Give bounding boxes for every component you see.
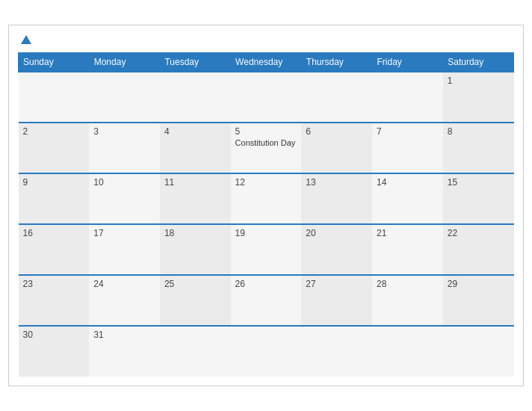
calendar-week-row: 9101112131415 — [19, 173, 514, 224]
calendar-cell: 23 — [19, 275, 90, 326]
calendar-cell — [301, 326, 372, 377]
calendar-cell: 8 — [443, 123, 514, 173]
day-number: 17 — [93, 228, 155, 238]
calendar-cell: 31 — [89, 326, 160, 377]
calendar-cell — [443, 326, 514, 377]
calendar-cell — [372, 326, 443, 377]
calendar-table: SundayMondayTuesdayWednesdayThursdayFrid… — [18, 52, 514, 377]
calendar-week-row: 3031 — [19, 326, 514, 377]
calendar-cell: 25 — [160, 275, 231, 326]
calendar-cell — [231, 326, 302, 377]
calendar-cell: 1 — [443, 72, 514, 123]
calendar-cell: 10 — [89, 173, 160, 224]
calendar-cell — [160, 326, 231, 377]
calendar-cell: 26 — [231, 275, 302, 326]
calendar-cell: 18 — [160, 224, 231, 275]
day-number: 9 — [23, 177, 85, 188]
calendar-cell: 6 — [301, 123, 372, 173]
calendar-cell: 14 — [372, 173, 443, 224]
weekday-header-friday: Friday — [372, 53, 443, 72]
weekday-header-monday: Monday — [89, 53, 160, 72]
day-number: 24 — [93, 279, 155, 289]
day-number: 18 — [164, 228, 226, 238]
day-event: Constitution Day — [235, 138, 297, 147]
calendar-cell — [19, 72, 90, 123]
calendar-header-row: SundayMondayTuesdayWednesdayThursdayFrid… — [19, 53, 514, 72]
calendar-cell: 24 — [89, 275, 160, 326]
day-number: 8 — [448, 126, 510, 137]
calendar-cell: 3 — [89, 123, 160, 173]
calendar-cell — [231, 72, 302, 123]
calendar-cell: 11 — [160, 173, 231, 224]
calendar-header — [18, 33, 514, 46]
logo-triangle-icon — [21, 35, 31, 44]
day-number: 20 — [306, 228, 368, 238]
calendar-cell — [372, 72, 443, 123]
calendar-cell: 7 — [372, 123, 443, 173]
calendar-week-row: 23242526272829 — [19, 275, 514, 326]
day-number: 4 — [164, 126, 226, 137]
day-number: 29 — [448, 279, 510, 289]
day-number: 19 — [235, 228, 297, 238]
calendar-week-row: 1 — [19, 72, 514, 123]
calendar-cell: 27 — [301, 275, 372, 326]
day-number: 22 — [448, 228, 510, 238]
calendar-week-row: 2345Constitution Day678 — [19, 123, 514, 173]
calendar-cell: 20 — [301, 224, 372, 275]
day-number: 7 — [377, 126, 439, 137]
day-number: 25 — [164, 279, 226, 289]
calendar-cell: 9 — [19, 173, 90, 224]
day-number: 14 — [377, 177, 439, 188]
calendar-cell — [89, 72, 160, 123]
calendar-cell: 2 — [19, 123, 90, 173]
day-number: 23 — [23, 279, 85, 289]
day-number: 21 — [377, 228, 439, 238]
calendar-cell: 19 — [231, 224, 302, 275]
calendar-cell: 13 — [301, 173, 372, 224]
day-number: 31 — [93, 330, 155, 340]
day-number: 5 — [235, 126, 297, 137]
day-number: 2 — [23, 126, 85, 137]
day-number: 10 — [93, 177, 155, 188]
day-number: 1 — [448, 75, 510, 86]
day-number: 15 — [448, 177, 510, 188]
calendar-cell: 22 — [443, 224, 514, 275]
day-number: 13 — [306, 177, 368, 188]
day-number: 28 — [377, 279, 439, 289]
calendar-container: SundayMondayTuesdayWednesdayThursdayFrid… — [8, 25, 524, 386]
day-number: 16 — [23, 228, 85, 238]
day-number: 12 — [235, 177, 297, 188]
day-number: 6 — [306, 126, 368, 137]
calendar-cell: 17 — [89, 224, 160, 275]
calendar-cell: 12 — [231, 173, 302, 224]
weekday-header-thursday: Thursday — [301, 53, 372, 72]
calendar-cell: 16 — [19, 224, 90, 275]
calendar-cell: 30 — [19, 326, 90, 377]
calendar-cell: 4 — [160, 123, 231, 173]
calendar-cell: 29 — [443, 275, 514, 326]
calendar-cell — [160, 72, 231, 123]
logo — [18, 33, 34, 46]
day-number: 3 — [93, 126, 155, 137]
calendar-cell: 21 — [372, 224, 443, 275]
calendar-cell — [301, 72, 372, 123]
calendar-cell: 15 — [443, 173, 514, 224]
calendar-cell: 5Constitution Day — [231, 123, 302, 173]
day-number: 30 — [23, 330, 85, 340]
day-number: 26 — [235, 279, 297, 289]
calendar-week-row: 16171819202122 — [19, 224, 514, 275]
day-number: 27 — [306, 279, 368, 289]
weekday-header-sunday: Sunday — [19, 53, 90, 72]
weekday-header-saturday: Saturday — [443, 53, 514, 72]
weekday-header-wednesday: Wednesday — [231, 53, 302, 72]
day-number: 11 — [164, 177, 226, 188]
calendar-cell: 28 — [372, 275, 443, 326]
weekday-header-tuesday: Tuesday — [160, 53, 231, 72]
